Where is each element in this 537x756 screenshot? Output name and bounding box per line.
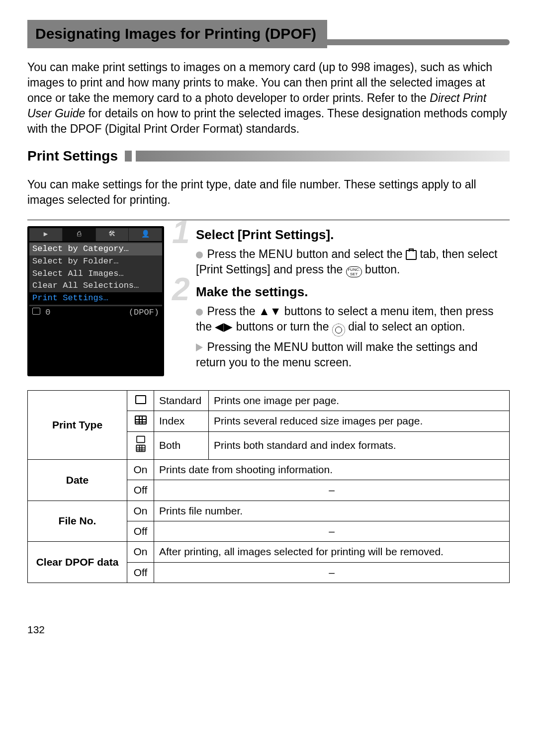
step2-text-c: buttons or turn the bbox=[233, 320, 332, 333]
print-tab-icon bbox=[406, 250, 417, 260]
index-icon bbox=[127, 411, 154, 431]
step-1: 1 Select [Print Settings]. Press the MEN… bbox=[175, 226, 510, 277]
intro-paragraph: You can make print settings to images on… bbox=[27, 60, 510, 137]
row-print-type: Print Type bbox=[28, 391, 127, 460]
page-number: 132 bbox=[27, 623, 510, 637]
left-right-icon: ◀▶ bbox=[215, 320, 233, 333]
footer-count: 0 bbox=[32, 307, 50, 319]
menu-item: Select All Images… bbox=[29, 268, 162, 280]
card-icon bbox=[32, 308, 40, 315]
bullet-icon bbox=[196, 309, 203, 316]
menu-button-label: MENU bbox=[259, 248, 293, 260]
title-decoration bbox=[327, 39, 510, 45]
heading-tick bbox=[125, 151, 132, 162]
camera-tabs: ▶ ⎙ 🛠 👤 bbox=[29, 228, 162, 241]
section-intro: You can make settings for the print type… bbox=[27, 177, 510, 208]
step-title: Make the settings. bbox=[196, 283, 510, 301]
both-label: Both bbox=[154, 431, 209, 459]
both-desc: Prints both standard and index formats. bbox=[209, 431, 510, 459]
clear-on-desc: After printing, all images selected for … bbox=[154, 542, 510, 562]
content-row: ▶ ⎙ 🛠 👤 Select by Category… Select by Fo… bbox=[27, 226, 510, 376]
fileno-off-desc: – bbox=[154, 521, 510, 542]
user-tab-icon: 👤 bbox=[129, 228, 162, 241]
playback-tab-icon: ▶ bbox=[29, 228, 63, 241]
step-number: 1 bbox=[172, 216, 190, 248]
func-set-icon: FUNC.SET bbox=[346, 266, 362, 277]
bullet-icon bbox=[196, 252, 203, 258]
step2-text-a: Press the bbox=[207, 305, 259, 318]
fileno-on-desc: Prints file number. bbox=[154, 501, 510, 521]
step2-line2: Pressing the MENU button will make the s… bbox=[196, 339, 510, 370]
standard-desc: Prints one image per page. bbox=[209, 391, 510, 411]
clear-on: On bbox=[127, 542, 154, 562]
step-body: Press the ▲▼ buttons to select a menu it… bbox=[196, 304, 510, 370]
menu-item: Clear All Selections… bbox=[29, 280, 162, 292]
page-title: Designating Images for Printing (DPOF) bbox=[27, 20, 327, 48]
step-title: Select [Print Settings]. bbox=[196, 226, 510, 244]
camera-menu-screenshot: ▶ ⎙ 🛠 👤 Select by Category… Select by Fo… bbox=[27, 226, 164, 376]
tools-tab-icon: 🛠 bbox=[96, 228, 129, 241]
step2-text-e: Pressing the bbox=[207, 340, 273, 353]
section-heading-row: Print Settings bbox=[27, 147, 510, 166]
camera-menu-footer: 0 (DPOF) bbox=[29, 306, 162, 320]
step2-text-d: dial to select an option. bbox=[345, 320, 465, 333]
date-off: Off bbox=[127, 480, 154, 501]
step-2: 2 Make the settings. Press the ▲▼ button… bbox=[175, 283, 510, 370]
print-tab-icon: ⎙ bbox=[63, 228, 96, 241]
standard-label: Standard bbox=[154, 391, 209, 411]
date-on-desc: Prints date from shooting information. bbox=[154, 460, 510, 480]
intro-text-a: You can make print settings to images on… bbox=[27, 61, 492, 104]
step1-text-a: Press the bbox=[207, 248, 259, 260]
section-heading: Print Settings bbox=[27, 147, 118, 166]
up-down-icon: ▲▼ bbox=[259, 305, 281, 318]
step-number: 2 bbox=[172, 273, 190, 305]
step1-text-b: button and select the bbox=[293, 248, 406, 260]
standard-icon bbox=[127, 391, 154, 411]
clear-off: Off bbox=[127, 562, 154, 583]
dial-icon bbox=[332, 324, 345, 336]
menu-item: Select by Category… bbox=[29, 243, 162, 255]
row-fileno: File No. bbox=[28, 501, 127, 542]
row-clear: Clear DPOF data bbox=[28, 542, 127, 583]
result-arrow-icon bbox=[196, 343, 203, 351]
row-date: Date bbox=[28, 460, 127, 501]
intro-text-b: for details on how to print the selected… bbox=[27, 107, 507, 135]
date-on: On bbox=[127, 460, 154, 480]
index-label: Index bbox=[154, 411, 209, 431]
separator bbox=[27, 220, 510, 220]
step2-line1: Press the ▲▼ buttons to select a menu it… bbox=[196, 304, 510, 336]
steps: 1 Select [Print Settings]. Press the MEN… bbox=[175, 226, 510, 376]
menu-item-selected: Print Settings… bbox=[29, 292, 162, 305]
clear-off-desc: – bbox=[154, 562, 510, 583]
fileno-on: On bbox=[127, 501, 154, 521]
menu-button-label: MENU bbox=[274, 340, 309, 353]
both-icon bbox=[127, 431, 154, 459]
date-off-desc: – bbox=[154, 480, 510, 501]
step-body: Press the MENU button and select the tab… bbox=[196, 247, 510, 277]
menu-item: Select by Folder… bbox=[29, 255, 162, 268]
options-table: Print Type Standard Prints one image per… bbox=[27, 390, 510, 583]
fileno-off: Off bbox=[127, 521, 154, 542]
heading-bar bbox=[136, 151, 510, 162]
camera-menu-list: Select by Category… Select by Folder… Se… bbox=[29, 242, 162, 306]
footer-dpof: (DPOF) bbox=[129, 307, 159, 319]
step1-text-d: button. bbox=[362, 263, 400, 276]
page-title-bar: Designating Images for Printing (DPOF) bbox=[27, 20, 510, 48]
index-desc: Prints several reduced size images per p… bbox=[209, 411, 510, 431]
